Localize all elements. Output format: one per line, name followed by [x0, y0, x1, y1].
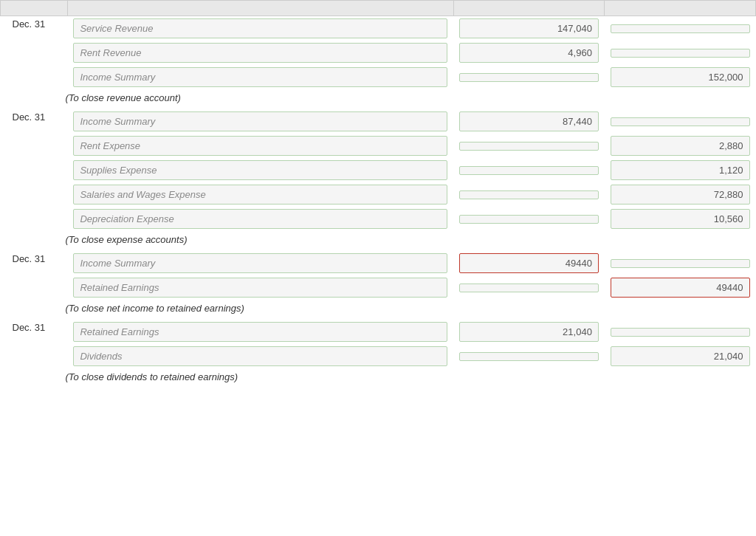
debit-cell[interactable] — [453, 134, 605, 158]
debit-input[interactable] — [459, 215, 599, 224]
account-cell[interactable]: Income Summary — [67, 65, 453, 89]
debit-input[interactable] — [459, 190, 599, 199]
account-input[interactable]: Income Summary — [73, 111, 447, 131]
credit-input[interactable]: 72,880 — [611, 185, 750, 205]
debit-input[interactable]: 49440 — [459, 253, 599, 273]
account-cell[interactable]: Depreciation Expense — [67, 207, 453, 231]
table-row: Retained Earnings49440 — [1, 275, 756, 300]
credit-input[interactable]: 21,040 — [611, 346, 750, 366]
debit-cell[interactable] — [453, 207, 605, 231]
account-cell[interactable]: Supplies Expense — [67, 158, 453, 182]
account-cell[interactable]: Retained Earnings — [67, 320, 453, 344]
credit-cell[interactable]: 1,120 — [605, 158, 756, 182]
account-cell[interactable]: Rent Expense — [67, 134, 453, 158]
header-account — [67, 1, 453, 16]
note-row: (To close expense accounts) — [1, 231, 756, 251]
account-input[interactable]: Supplies Expense — [73, 160, 447, 180]
credit-input[interactable]: 10,560 — [611, 209, 750, 229]
debit-cell[interactable]: 87,440 — [453, 109, 605, 134]
debit-cell[interactable] — [453, 182, 605, 207]
credit-input[interactable]: 1,120 — [611, 160, 750, 180]
account-cell[interactable]: Dividends — [67, 344, 453, 368]
credit-cell[interactable] — [605, 16, 756, 41]
note-text: (To close revenue account) — [1, 89, 756, 109]
account-cell[interactable]: Salaries and Wages Expense — [67, 182, 453, 207]
debit-cell[interactable]: 21,040 — [453, 320, 605, 344]
date-cell: Dec. 31 — [1, 109, 68, 134]
credit-input[interactable] — [611, 117, 750, 126]
credit-input[interactable] — [611, 328, 750, 337]
account-cell[interactable]: Income Summary — [67, 251, 453, 275]
credit-cell[interactable]: 152,000 — [605, 65, 756, 89]
credit-input[interactable] — [611, 24, 750, 33]
debit-input[interactable] — [459, 73, 599, 82]
table-row: Rent Revenue4,960 — [1, 41, 756, 65]
credit-cell[interactable] — [605, 109, 756, 134]
date-cell — [1, 134, 68, 158]
debit-input[interactable] — [459, 284, 599, 292]
debit-cell[interactable] — [453, 158, 605, 182]
account-input[interactable]: Dividends — [73, 346, 447, 366]
credit-cell[interactable]: 72,880 — [605, 182, 756, 207]
note-text: (To close dividends to retained earnings… — [1, 368, 756, 388]
account-input[interactable]: Depreciation Expense — [73, 209, 447, 229]
note-row: (To close dividends to retained earnings… — [1, 368, 756, 388]
debit-input[interactable] — [459, 142, 599, 151]
account-input[interactable]: Service Revenue — [73, 18, 447, 38]
date-cell — [1, 344, 68, 368]
date-cell: Dec. 31 — [1, 251, 68, 275]
debit-cell[interactable] — [453, 344, 605, 368]
credit-cell[interactable]: 21,040 — [605, 344, 756, 368]
credit-input[interactable]: 2,880 — [611, 136, 750, 156]
debit-cell[interactable]: 49440 — [453, 251, 605, 275]
credit-input[interactable]: 49440 — [611, 278, 750, 298]
credit-cell[interactable]: 2,880 — [605, 134, 756, 158]
table-row: Dec. 31Income Summary87,440 — [1, 109, 756, 134]
table-row: Supplies Expense1,120 — [1, 158, 756, 182]
account-cell[interactable]: Retained Earnings — [67, 275, 453, 300]
table-row: Dec. 31Service Revenue147,040 — [1, 16, 756, 41]
credit-cell[interactable]: 10,560 — [605, 207, 756, 231]
header-credit — [605, 1, 756, 16]
account-input[interactable]: Retained Earnings — [73, 322, 447, 342]
credit-cell[interactable] — [605, 251, 756, 275]
account-input[interactable]: Salaries and Wages Expense — [73, 185, 447, 205]
account-cell[interactable]: Income Summary — [67, 109, 453, 134]
debit-input[interactable] — [459, 166, 599, 175]
debit-input[interactable]: 147,040 — [459, 18, 599, 38]
account-cell[interactable]: Rent Revenue — [67, 41, 453, 65]
date-cell — [1, 182, 68, 207]
credit-input[interactable]: 152,000 — [611, 67, 750, 87]
account-cell[interactable]: Service Revenue — [67, 16, 453, 41]
header-date — [1, 1, 68, 16]
table-row: Dec. 31Income Summary49440 — [1, 251, 756, 275]
credit-input[interactable] — [611, 259, 750, 268]
debit-cell[interactable]: 4,960 — [453, 41, 605, 65]
date-cell: Dec. 31 — [1, 320, 68, 344]
debit-cell[interactable]: 147,040 — [453, 16, 605, 41]
debit-cell[interactable] — [453, 275, 605, 300]
debit-input[interactable] — [459, 352, 599, 361]
credit-cell[interactable]: 49440 — [605, 275, 756, 300]
table-row: Depreciation Expense10,560 — [1, 207, 756, 231]
credit-cell[interactable] — [605, 41, 756, 65]
note-text: (To close net income to retained earning… — [1, 300, 756, 320]
account-input[interactable]: Rent Expense — [73, 136, 447, 156]
account-input[interactable]: Retained Earnings — [73, 278, 447, 298]
debit-input[interactable]: 21,040 — [459, 322, 599, 342]
credit-input[interactable] — [611, 49, 750, 58]
debit-input[interactable]: 4,960 — [459, 43, 599, 63]
credit-cell[interactable] — [605, 320, 756, 344]
date-cell — [1, 158, 68, 182]
account-input[interactable]: Income Summary — [73, 253, 447, 273]
table-row: Dec. 31Retained Earnings21,040 — [1, 320, 756, 344]
main-container: Dec. 31Service Revenue147,040Rent Revenu… — [0, 0, 756, 536]
date-cell — [1, 41, 68, 65]
account-input[interactable]: Rent Revenue — [73, 43, 447, 63]
debit-cell[interactable] — [453, 65, 605, 89]
table-row: Salaries and Wages Expense72,880 — [1, 182, 756, 207]
debit-input[interactable]: 87,440 — [459, 111, 599, 131]
account-input[interactable]: Income Summary — [73, 67, 447, 87]
date-cell — [1, 207, 68, 231]
note-row: (To close net income to retained earning… — [1, 300, 756, 320]
